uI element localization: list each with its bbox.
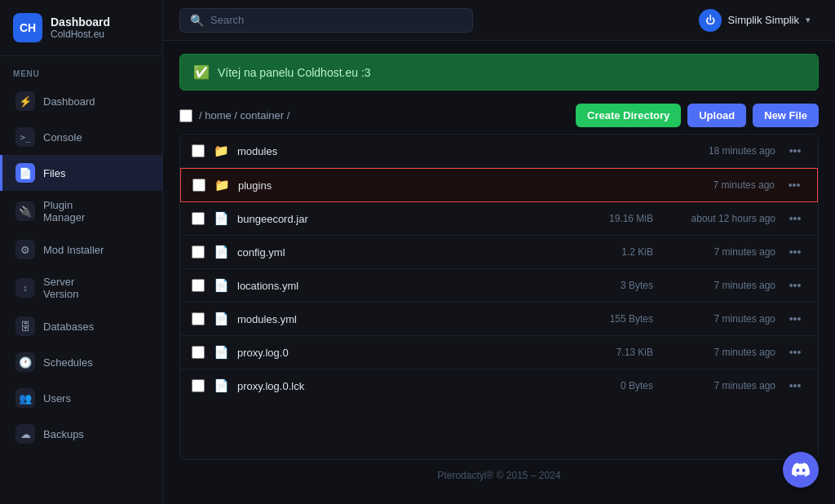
sidebar-label-server-version: ServerVersion	[43, 276, 78, 300]
chevron-down-icon: ▾	[806, 15, 811, 25]
file-actions-menu[interactable]: •••	[784, 311, 806, 327]
plugin-manager-icon: 🔌	[15, 201, 35, 221]
dashboard-icon: ⚡	[15, 91, 35, 111]
create-directory-button[interactable]: Create Directory	[576, 104, 681, 127]
search-box[interactable]: 🔍	[179, 8, 473, 33]
file-actions-menu[interactable]: •••	[784, 378, 806, 394]
console-icon: >_	[15, 127, 35, 147]
sidebar-label-backups: Backups	[43, 428, 84, 440]
brand-text: Dashboard ColdHost.eu	[51, 15, 110, 40]
file-time: 7 minutes ago	[661, 280, 775, 291]
row-checkbox[interactable]	[192, 312, 205, 325]
sidebar-label-databases: Databases	[43, 321, 94, 333]
sidebar-item-files[interactable]: 📄 Files	[0, 155, 162, 191]
table-row[interactable]: 📄 locations.yml 3 Bytes 7 minutes ago ••…	[180, 269, 818, 303]
sidebar-label-plugin-manager: PluginManager	[43, 199, 85, 223]
file-name: modules.yml	[237, 313, 580, 325]
new-file-button[interactable]: New File	[753, 104, 819, 127]
table-row[interactable]: 📄 config.yml 1.2 KiB 7 minutes ago •••	[180, 236, 818, 269]
file-icon: 📄	[213, 278, 229, 293]
file-name: locations.yml	[237, 280, 580, 292]
mod-installer-icon: ⚙	[15, 240, 35, 259]
file-icon: 📄	[213, 211, 229, 226]
file-time: 18 minutes ago	[661, 145, 775, 157]
row-checkbox[interactable]	[192, 212, 205, 225]
row-checkbox[interactable]	[192, 279, 205, 292]
select-all-checkbox[interactable]	[179, 109, 192, 122]
sidebar-label-mod-installer: Mod Installer	[43, 244, 104, 256]
header-actions: Create Directory Upload New File	[576, 104, 819, 127]
alert-success-icon: ✅	[193, 64, 210, 80]
server-version-icon: ↕	[15, 278, 35, 298]
folder-icon: 📁	[213, 144, 229, 158]
row-checkbox[interactable]	[192, 346, 205, 359]
brand-title: Dashboard	[51, 15, 110, 29]
file-actions-menu[interactable]: •••	[783, 177, 806, 193]
file-actions-menu[interactable]: •••	[784, 277, 806, 294]
brand-logo: CH	[13, 13, 42, 42]
search-input[interactable]	[210, 14, 462, 26]
row-checkbox[interactable]	[192, 245, 205, 259]
sidebar-item-plugin-manager[interactable]: 🔌 PluginManager	[0, 191, 162, 232]
table-row[interactable]: 📄 bungeecord.jar 19.16 MiB about 12 hour…	[180, 202, 818, 236]
file-icon: 📄	[213, 245, 229, 259]
file-size: 19.16 MiB	[588, 213, 653, 224]
content-area: ✅ Vítej na panelu Coldhost.eu :3 / home …	[163, 41, 835, 504]
file-name: modules	[237, 145, 580, 157]
sidebar: CH Dashboard ColdHost.eu MENU ⚡ Dashboar…	[0, 0, 163, 504]
row-checkbox[interactable]	[192, 144, 205, 157]
file-size: 0 Bytes	[588, 380, 653, 391]
file-icon: 📄	[213, 312, 229, 326]
sidebar-label-dashboard: Dashboard	[43, 95, 95, 108]
sidebar-item-server-version[interactable]: ↕ ServerVersion	[0, 267, 162, 308]
row-checkbox[interactable]	[192, 179, 205, 192]
databases-icon: 🗄	[15, 316, 35, 336]
file-time: 7 minutes ago	[661, 313, 775, 325]
table-row[interactable]: 📄 proxy.log.0 7.13 KiB 7 minutes ago •••	[180, 336, 818, 369]
file-table: 📁 modules 18 minutes ago ••• 📁 plugins 7…	[179, 134, 819, 460]
file-name: config.yml	[237, 246, 580, 259]
table-row[interactable]: 📁 modules 18 minutes ago •••	[180, 135, 818, 168]
file-actions-menu[interactable]: •••	[784, 143, 806, 159]
sidebar-item-schedules[interactable]: 🕐 Schedules	[0, 344, 162, 380]
sidebar-label-schedules: Schedules	[43, 356, 93, 369]
file-actions-menu[interactable]: •••	[784, 344, 806, 360]
footer-text: Pterodactyl® © 2015 – 2024	[437, 470, 560, 481]
user-name: Simplik Simplik	[728, 14, 799, 26]
discord-icon	[792, 461, 810, 479]
footer: Pterodactyl® © 2015 – 2024	[179, 460, 819, 491]
file-name: bungeecord.jar	[237, 213, 580, 225]
main-area: 🔍 ⏻ Simplik Simplik ▾ ✅ Vítej na panelu …	[163, 0, 835, 504]
row-checkbox[interactable]	[192, 379, 205, 392]
file-actions-menu[interactable]: •••	[784, 210, 806, 227]
sidebar-item-console[interactable]: >_ Console	[0, 119, 162, 155]
power-icon: ⏻	[699, 9, 722, 32]
user-menu[interactable]: ⏻ Simplik Simplik ▾	[691, 6, 819, 35]
table-row[interactable]: 📄 modules.yml 155 Bytes 7 minutes ago ••…	[180, 303, 818, 336]
sidebar-item-dashboard[interactable]: ⚡ Dashboard	[0, 83, 162, 119]
alert-banner: ✅ Vítej na panelu Coldhost.eu :3	[179, 54, 819, 91]
files-icon: 📄	[15, 163, 35, 183]
sidebar-label-users: Users	[43, 392, 71, 405]
menu-section-label: MENU	[0, 56, 162, 83]
sidebar-item-mod-installer[interactable]: ⚙ Mod Installer	[0, 232, 162, 267]
file-time: 7 minutes ago	[661, 246, 775, 258]
sidebar-label-console: Console	[43, 131, 82, 144]
table-row[interactable]: 📄 proxy.log.0.lck 0 Bytes 7 minutes ago …	[180, 369, 818, 402]
file-size: 7.13 KiB	[588, 347, 653, 358]
sidebar-item-users[interactable]: 👥 Users	[0, 380, 162, 416]
users-icon: 👥	[15, 388, 35, 408]
upload-button[interactable]: Upload	[687, 104, 746, 127]
sidebar-item-databases[interactable]: 🗄 Databases	[0, 308, 162, 344]
discord-button[interactable]	[783, 452, 819, 488]
file-actions-menu[interactable]: •••	[784, 244, 806, 260]
breadcrumb: / home / container /	[199, 109, 289, 122]
nav-items-list: ⚡ Dashboard >_ Console 📄 Files 🔌 PluginM…	[0, 83, 162, 504]
file-name: plugins	[238, 179, 579, 192]
sidebar-item-backups[interactable]: ☁ Backups	[0, 416, 162, 452]
backups-icon: ☁	[15, 424, 35, 444]
file-size: 155 Bytes	[588, 313, 653, 325]
table-row[interactable]: 📁 plugins 7 minutes ago •••	[180, 168, 818, 202]
alert-message: Vítej na panelu Coldhost.eu :3	[218, 66, 371, 79]
file-icon: 📄	[213, 378, 229, 393]
